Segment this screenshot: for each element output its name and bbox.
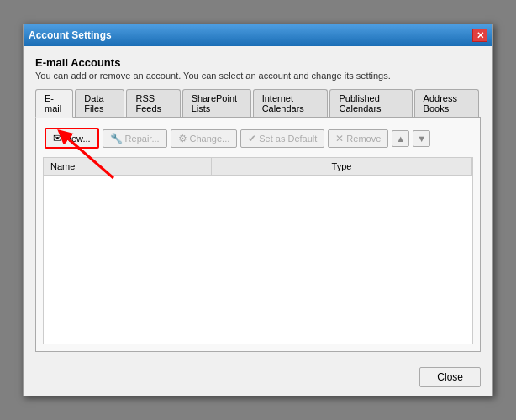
tab-rss-feeds[interactable]: RSS Feeds: [126, 89, 180, 117]
window-close-button[interactable]: ✕: [472, 29, 487, 42]
tab-content-email: ✉ New... 🔧 Repair... ⚙ Change... ✔ Set a…: [35, 118, 481, 352]
accounts-table-container: Name Type: [43, 157, 473, 344]
tab-internet-calendars[interactable]: Internet Calendars: [253, 89, 329, 117]
column-header-type: Type: [212, 158, 472, 175]
tab-data-files[interactable]: Data Files: [75, 89, 124, 117]
move-up-button[interactable]: ▲: [392, 130, 409, 147]
new-button[interactable]: ✉ New...: [45, 128, 99, 149]
change-button[interactable]: ⚙ Change...: [171, 129, 238, 148]
account-settings-window: Account Settings ✕ E-mail Accounts You c…: [23, 24, 493, 396]
new-icon: ✉: [53, 132, 62, 144]
table-body: [44, 176, 472, 344]
section-description: You can add or remove an account. You ca…: [35, 71, 481, 81]
tab-published-calendars[interactable]: Published Calendars: [329, 89, 412, 117]
column-header-name: Name: [44, 158, 212, 175]
section-title: E-mail Accounts: [35, 56, 481, 69]
repair-button[interactable]: 🔧 Repair...: [103, 129, 167, 148]
repair-icon: 🔧: [110, 133, 123, 144]
table-header: Name Type: [44, 158, 472, 176]
window-title: Account Settings: [29, 29, 112, 41]
tab-address-books[interactable]: Address Books: [414, 89, 479, 117]
remove-icon: ✕: [335, 133, 344, 144]
down-arrow-icon: ▼: [417, 134, 426, 144]
window-footer: Close: [24, 360, 492, 396]
window-body: E-mail Accounts You can add or remove an…: [24, 46, 492, 360]
header-section: E-mail Accounts You can add or remove an…: [35, 56, 481, 81]
tab-email[interactable]: E-mail: [35, 89, 73, 118]
set-default-button[interactable]: ✔ Set as Default: [240, 129, 324, 148]
remove-button[interactable]: ✕ Remove: [328, 129, 388, 148]
close-button[interactable]: Close: [419, 367, 481, 387]
tab-sharepoint-lists[interactable]: SharePoint Lists: [182, 89, 251, 117]
move-down-button[interactable]: ▼: [413, 130, 430, 147]
tabs-bar: E-mail Data Files RSS Feeds SharePoint L…: [35, 89, 481, 118]
up-arrow-icon: ▲: [396, 134, 405, 144]
change-icon: ⚙: [178, 133, 187, 144]
checkmark-icon: ✔: [248, 133, 256, 144]
toolbar: ✉ New... 🔧 Repair... ⚙ Change... ✔ Set a…: [43, 124, 473, 152]
title-bar: Account Settings ✕: [24, 24, 492, 46]
